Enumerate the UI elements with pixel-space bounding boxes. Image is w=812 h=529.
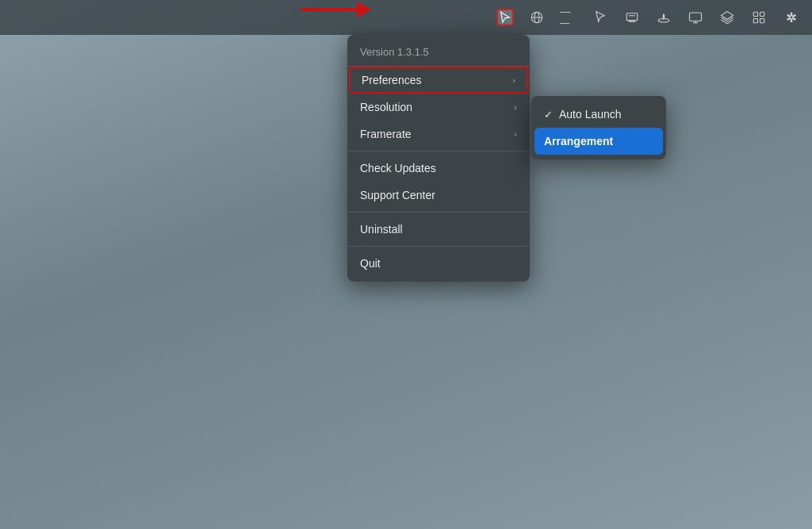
display-input-icon[interactable] bbox=[623, 9, 641, 26]
svg-rect-4 bbox=[626, 13, 638, 21]
svg-rect-8 bbox=[690, 13, 702, 21]
arrow-head bbox=[357, 2, 371, 17]
arrangement-label: Arrangement bbox=[544, 135, 613, 148]
cursor-icon[interactable] bbox=[496, 9, 514, 26]
red-arrow-indicator bbox=[301, 2, 371, 17]
resolution-label: Resolution bbox=[360, 101, 412, 113]
preferences-menu-item[interactable]: Preferences › ✓ Auto Launch Arrangement bbox=[349, 67, 528, 94]
resolution-menu-item[interactable]: Resolution › bbox=[347, 94, 530, 121]
version-label: Version 1.3.1.5 bbox=[347, 40, 530, 67]
preferences-submenu: ✓ Auto Launch Arrangement bbox=[531, 96, 666, 159]
separator-2 bbox=[347, 212, 530, 213]
hat-icon[interactable] bbox=[655, 9, 672, 26]
auto-launch-item[interactable]: ✓ Auto Launch bbox=[531, 101, 666, 128]
layers-icon[interactable] bbox=[718, 9, 736, 26]
framerate-menu-item[interactable]: Framerate › bbox=[347, 121, 530, 148]
support-center-label: Support Center bbox=[360, 189, 435, 201]
check-updates-menu-item[interactable]: Check Updates bbox=[347, 155, 530, 182]
bluetooth-icon[interactable]: ✲ bbox=[782, 9, 799, 26]
arrangement-item[interactable]: Arrangement bbox=[534, 128, 663, 155]
check-updates-label: Check Updates bbox=[360, 162, 436, 174]
quit-label: Quit bbox=[360, 257, 381, 270]
uninstall-label: Uninstall bbox=[360, 223, 403, 236]
svg-rect-15 bbox=[760, 19, 764, 23]
auto-launch-label: Auto Launch bbox=[559, 108, 622, 121]
dashes-icon[interactable]: —·— bbox=[560, 9, 577, 26]
support-center-menu-item[interactable]: Support Center bbox=[347, 182, 530, 209]
preferences-chevron: › bbox=[512, 75, 515, 85]
resolution-chevron: › bbox=[514, 102, 517, 112]
cursor2-icon[interactable] bbox=[592, 9, 609, 26]
framerate-chevron: › bbox=[514, 129, 517, 139]
svg-rect-12 bbox=[753, 12, 757, 16]
globe-icon[interactable] bbox=[528, 9, 546, 26]
separator-1 bbox=[347, 151, 530, 151]
menubar: —·— bbox=[0, 0, 812, 35]
svg-rect-13 bbox=[760, 12, 764, 16]
framerate-label: Framerate bbox=[360, 128, 412, 140]
svg-marker-11 bbox=[722, 12, 733, 20]
svg-marker-3 bbox=[596, 12, 605, 22]
quit-menu-item[interactable]: Quit bbox=[347, 250, 530, 277]
svg-rect-5 bbox=[629, 21, 635, 22]
uninstall-menu-item[interactable]: Uninstall bbox=[347, 216, 530, 243]
monitor-icon[interactable] bbox=[687, 9, 704, 26]
grid-icon[interactable] bbox=[750, 9, 768, 26]
separator-3 bbox=[347, 246, 530, 247]
preferences-label: Preferences bbox=[362, 74, 421, 86]
auto-launch-checkmark: ✓ bbox=[544, 109, 553, 121]
context-menu: Version 1.3.1.5 Preferences › ✓ Auto Lau… bbox=[347, 35, 530, 282]
svg-rect-14 bbox=[753, 19, 757, 23]
arrow-line bbox=[301, 8, 357, 11]
